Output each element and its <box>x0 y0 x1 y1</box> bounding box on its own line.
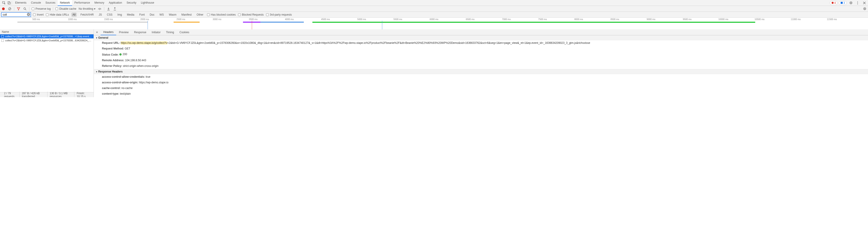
close-devtools-icon[interactable] <box>862 0 867 6</box>
invert-checkbox[interactable]: Invert <box>33 13 43 16</box>
devtools-topbar: Elements Console Sources Network Perform… <box>0 0 868 6</box>
filter-type-font[interactable]: Font <box>138 12 146 17</box>
tab-sources[interactable]: Sources <box>43 0 58 6</box>
request-name: collect?v=2&tid=G-VM9YCFJZ0L&gtm=2oeb80&… <box>5 39 92 42</box>
timeline-tick: 10000 ms <box>718 18 728 21</box>
filter-type-all[interactable]: All <box>71 12 77 17</box>
filter-type-img[interactable]: Img <box>116 12 123 17</box>
timeline-tick: 4500 ms <box>321 18 330 21</box>
search-icon[interactable] <box>23 7 27 11</box>
filter-type-fetchxhr[interactable]: Fetch/XHR <box>79 12 95 17</box>
request-name: collect?v=2&tid=G-VM9YCFJZ0L&gtm=2oeb80&… <box>5 35 92 38</box>
inspect-element-icon[interactable] <box>1 0 6 6</box>
filter-input[interactable] <box>1 12 31 17</box>
svg-point-6 <box>857 2 858 3</box>
filter-type-css[interactable]: CSS <box>105 12 114 17</box>
timeline-tick: 10500 ms <box>754 18 765 21</box>
timeline-tick: 1500 ms <box>104 18 113 21</box>
timeline-tick: 9500 ms <box>683 18 691 21</box>
error-count-badge[interactable]: 4 <box>830 1 838 5</box>
detail-tab-headers[interactable]: Headers <box>101 29 116 35</box>
detail-tab-preview[interactable]: Preview <box>116 29 131 35</box>
tab-elements[interactable]: Elements <box>13 0 29 6</box>
tab-console[interactable]: Console <box>29 0 43 6</box>
status-dot-icon <box>119 53 122 56</box>
close-detail-icon[interactable]: ✕ <box>95 31 99 34</box>
status-bar: 2 / 79 requests 287 B / 426 kB transferr… <box>0 92 94 97</box>
info-count-badge[interactable]: 3 <box>839 1 847 5</box>
disable-cache-checkbox[interactable]: Disable cache <box>55 7 76 10</box>
detail-tab-response[interactable]: Response <box>131 29 149 35</box>
request-detail-panel: ✕ Headers Preview Response Initiator Tim… <box>94 29 868 97</box>
hide-data-urls-checkbox[interactable]: Hide data URLs <box>46 13 69 16</box>
clear-filter-icon[interactable]: ✕ <box>27 13 30 16</box>
svg-rect-2 <box>9 2 10 4</box>
timeline-tick: 8000 ms <box>575 18 583 21</box>
status-code: Status Code: 200 <box>94 52 868 58</box>
blocked-requests-checkbox[interactable]: Blocked Requests <box>238 13 264 16</box>
svg-point-10 <box>99 9 100 10</box>
filter-type-wasm[interactable]: Wasm <box>167 12 178 17</box>
tab-memory[interactable]: Memory <box>92 0 106 6</box>
row-checkbox[interactable] <box>1 39 4 42</box>
svg-point-7 <box>857 4 858 4</box>
svg-point-9 <box>24 8 26 9</box>
timeline-tick: 6000 ms <box>430 18 438 21</box>
tab-network[interactable]: Network <box>58 0 72 6</box>
list-header-name[interactable]: Name <box>0 29 94 34</box>
error-dot-icon <box>832 2 834 4</box>
export-har-icon[interactable] <box>113 7 117 11</box>
timeline-tick: 4000 ms <box>285 18 293 21</box>
timeline-tick: 1000 ms <box>68 18 76 21</box>
tab-security[interactable]: Security <box>124 0 138 6</box>
section-general[interactable]: General <box>94 35 868 40</box>
svg-point-5 <box>857 1 858 2</box>
kebab-menu-icon[interactable] <box>855 0 860 6</box>
main-tabs: Elements Console Sources Network Perform… <box>13 0 156 6</box>
timeline-tick: 5000 ms <box>358 18 366 21</box>
preserve-log-checkbox[interactable]: Preserve log <box>32 7 51 10</box>
filter-type-media[interactable]: Media <box>125 12 135 17</box>
timeline-tick: 8500 ms <box>611 18 619 21</box>
timeline-tick: 11000 ms <box>791 18 801 21</box>
section-response-headers[interactable]: Response Headers <box>94 69 868 74</box>
detail-tab-initiator[interactable]: Initiator <box>149 29 163 35</box>
filter-type-other[interactable]: Other <box>195 12 205 17</box>
svg-point-11 <box>864 8 866 10</box>
clear-icon[interactable] <box>8 7 12 11</box>
response-header-item: access-control-allow-credentials: true <box>94 74 868 80</box>
network-timeline[interactable]: 500 ms1000 ms1500 ms2000 ms2500 ms3000 m… <box>0 18 868 29</box>
timeline-tick: 3500 ms <box>249 18 257 21</box>
throttling-select[interactable]: No throttling ▾ <box>79 7 95 10</box>
device-toolbar-icon[interactable] <box>6 0 12 6</box>
network-conditions-icon[interactable] <box>98 7 102 11</box>
filter-type-ws[interactable]: WS <box>158 12 165 17</box>
separator <box>53 7 53 11</box>
timeline-tick: 5500 ms <box>394 18 402 21</box>
detail-tab-cookies[interactable]: Cookies <box>177 29 192 35</box>
tab-lighthouse[interactable]: Lighthouse <box>138 0 156 6</box>
third-party-checkbox[interactable]: 3rd-party requests <box>266 13 292 16</box>
svg-rect-0 <box>2 2 4 3</box>
detail-tab-timing[interactable]: Timing <box>163 29 177 35</box>
request-row[interactable]: collect?v=2&tid=G-VM9YCFJZ0L&gtm=2oeb80&… <box>0 34 94 38</box>
panel-settings-icon[interactable] <box>863 7 867 11</box>
filter-type-doc[interactable]: Doc <box>148 12 156 17</box>
settings-icon[interactable] <box>848 0 854 6</box>
status-finish: Finish: 10.15 s <box>74 92 92 97</box>
timeline-tick: 9000 ms <box>647 18 655 21</box>
tab-application[interactable]: Application <box>106 0 124 6</box>
record-button[interactable] <box>1 7 5 11</box>
filter-icon[interactable] <box>17 7 21 11</box>
filter-type-manifest[interactable]: Manifest <box>180 12 193 17</box>
referrer-policy: Referrer Policy: strict-origin-when-cros… <box>94 63 868 69</box>
tab-performance[interactable]: Performance <box>72 0 92 6</box>
request-list-panel: Name collect?v=2&tid=G-VM9YCFJZ0L&gtm=2o… <box>0 29 94 97</box>
filter-type-js[interactable]: JS <box>97 12 103 17</box>
request-row[interactable]: collect?v=2&tid=G-VM9YCFJZ0L&gtm=2oeb80&… <box>0 38 94 42</box>
svg-point-3 <box>850 2 852 4</box>
has-blocked-cookies-checkbox[interactable]: Has blocked cookies <box>207 13 236 16</box>
row-checkbox[interactable] <box>1 35 4 38</box>
import-har-icon[interactable] <box>106 7 111 11</box>
timeline-tick: 2500 ms <box>177 18 185 21</box>
